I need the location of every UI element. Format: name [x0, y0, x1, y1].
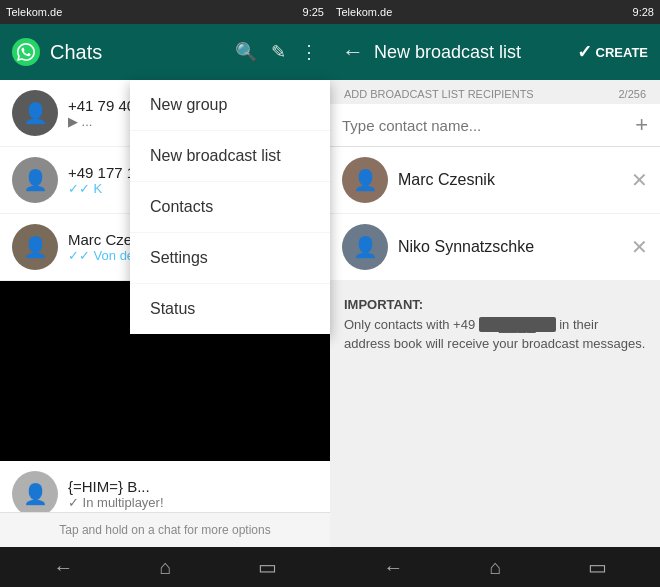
chat-preview: ✓ In multiplayer!	[68, 495, 318, 510]
remove-recipient-button[interactable]: ✕	[631, 168, 648, 192]
remove-recipient-button[interactable]: ✕	[631, 235, 648, 259]
left-time: 9:25	[303, 6, 324, 18]
tap-hint: Tap and hold on a chat for more options	[0, 512, 330, 547]
dropdown-item-contacts[interactable]: Contacts	[130, 182, 330, 233]
search-input-row: +	[330, 104, 660, 147]
header-icons: 🔍 ✎ ⋮	[235, 41, 318, 63]
recipient-item: 👤 Niko Synnatzschke ✕	[330, 214, 660, 281]
dropdown-item-new-broadcast[interactable]: New broadcast list	[130, 131, 330, 182]
recents-button-right[interactable]: ▭	[578, 551, 617, 583]
right-panel: ← New broadcast list ✓ CREATE ADD BROADC…	[330, 24, 660, 547]
bottom-nav: ← ⌂ ▭ ← ⌂ ▭	[0, 547, 660, 587]
create-label: CREATE	[596, 45, 648, 60]
left-status-bar: Telekom.de 9:25	[0, 0, 330, 24]
recipient-name: Marc Czesnik	[398, 171, 621, 189]
left-header: Chats 🔍 ✎ ⋮	[0, 24, 330, 80]
check-icon: ✓	[577, 41, 592, 63]
recipients-label: ADD BROADCAST LIST RECIPIENTS	[344, 88, 534, 100]
avatar: 👤	[12, 90, 58, 136]
important-note: IMPORTANT: Only contacts with +49 ████ i…	[330, 281, 660, 368]
recipient-count: 2/256	[618, 88, 646, 100]
right-header: ← New broadcast list ✓ CREATE	[330, 24, 660, 80]
recipients-header: ADD BROADCAST LIST RECIPIENTS 2/256	[330, 80, 660, 104]
left-carrier: Telekom.de	[6, 6, 62, 18]
dropdown-item-settings[interactable]: Settings	[130, 233, 330, 284]
compose-icon[interactable]: ✎	[271, 41, 286, 63]
back-arrow-icon[interactable]: ←	[342, 39, 364, 65]
create-button[interactable]: ✓ CREATE	[577, 41, 648, 63]
chat-name: {=HIM=} B...	[68, 478, 318, 495]
dropdown-item-new-group[interactable]: New group	[130, 80, 330, 131]
left-header-title: Chats	[50, 41, 225, 64]
back-button-right[interactable]: ←	[373, 552, 413, 583]
important-body: Only contacts with +49 ████ in their add…	[344, 317, 645, 352]
recipient-name: Niko Synnatzschke	[398, 238, 621, 256]
recents-button[interactable]: ▭	[248, 551, 287, 583]
home-button[interactable]: ⌂	[149, 552, 181, 583]
avatar: 👤	[12, 157, 58, 203]
recipient-item: 👤 Marc Czesnik ✕	[330, 147, 660, 214]
status-bars: Telekom.de 9:25 Telekom.de 9:28	[0, 0, 660, 24]
chat-info: {=HIM=} B... ✓ In multiplayer!	[68, 478, 318, 510]
add-contact-icon[interactable]: +	[635, 112, 648, 138]
avatar: 👤	[12, 224, 58, 270]
left-nav-section: ← ⌂ ▭	[0, 547, 330, 587]
important-title: IMPORTANT:	[344, 297, 423, 312]
recipient-avatar: 👤	[342, 224, 388, 270]
right-panel-title: New broadcast list	[374, 42, 567, 63]
right-status-bar: Telekom.de 9:28	[330, 0, 660, 24]
dropdown-item-status[interactable]: Status	[130, 284, 330, 334]
chat-item[interactable]: 👤 {=HIM=} B... ✓ In multiplayer!	[0, 461, 330, 512]
left-panel: Chats 🔍 ✎ ⋮ 👤 +41 79 40... ▶ ... 👤 +49 1…	[0, 24, 330, 547]
home-button-right[interactable]: ⌂	[479, 552, 511, 583]
recipient-avatar: 👤	[342, 157, 388, 203]
whatsapp-logo	[12, 38, 40, 66]
avatar: 👤	[12, 471, 58, 512]
search-icon[interactable]: 🔍	[235, 41, 257, 63]
right-carrier: Telekom.de	[336, 6, 392, 18]
back-button[interactable]: ←	[43, 552, 83, 583]
right-nav-section: ← ⌂ ▭	[330, 547, 660, 587]
more-icon[interactable]: ⋮	[300, 41, 318, 63]
right-time: 9:28	[633, 6, 654, 18]
contact-search-input[interactable]	[342, 117, 627, 134]
dropdown-menu: New group New broadcast list Contacts Se…	[130, 80, 330, 334]
main-content: Chats 🔍 ✎ ⋮ 👤 +41 79 40... ▶ ... 👤 +49 1…	[0, 24, 660, 547]
